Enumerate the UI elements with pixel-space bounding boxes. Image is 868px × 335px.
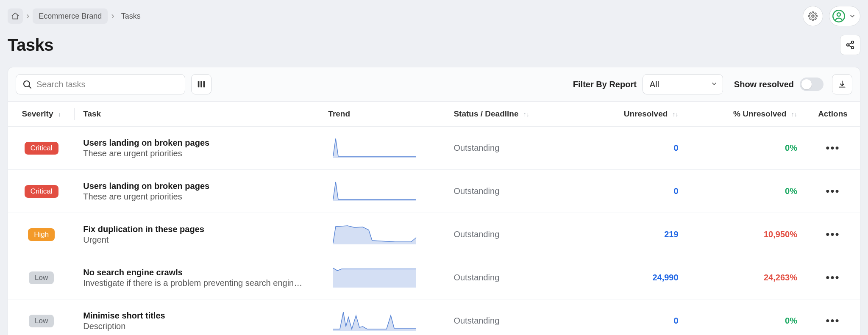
task-title[interactable]: Users landing on broken pages [83, 181, 311, 191]
sort-both-icon: ↑↓ [523, 111, 529, 118]
chevron-down-icon [711, 80, 718, 89]
search-wrapper [16, 74, 185, 94]
filter-report-selected: All [650, 80, 659, 89]
col-header-status[interactable]: Status / Deadline ↑↓ [445, 102, 565, 127]
svg-rect-11 [200, 81, 202, 88]
task-title[interactable]: No search engine crawls [83, 268, 311, 277]
sort-desc-icon: ↓ [58, 111, 61, 118]
status-text: Outstanding [453, 143, 499, 152]
top-bar: › Ecommerce Brand › Tasks [8, 6, 860, 26]
gear-icon [808, 11, 818, 21]
svg-line-6 [849, 43, 851, 44]
status-text: Outstanding [453, 230, 499, 239]
row-actions-menu[interactable]: ••• [826, 314, 840, 327]
pct-unresolved: 24,263% [764, 273, 797, 282]
tasks-panel: Filter By Report All Show resolved Sever… [8, 67, 860, 335]
pct-unresolved: 10,950% [764, 230, 797, 239]
download-button[interactable] [832, 74, 852, 94]
task-description: These are urgent priorities [83, 149, 303, 158]
task-description: Investigate if there is a problem preven… [83, 278, 303, 288]
status-text: Outstanding [453, 316, 499, 325]
breadcrumb: › Ecommerce Brand › Tasks [8, 8, 144, 24]
svg-point-2 [837, 13, 840, 16]
svg-line-9 [29, 86, 31, 88]
tasks-table: Severity ↓ Task Trend Status / Deadline … [8, 101, 860, 335]
unresolved-count[interactable]: 219 [664, 230, 678, 239]
row-actions-menu[interactable]: ••• [826, 271, 840, 284]
trend-sparkline [328, 178, 421, 202]
pct-unresolved: 0% [785, 143, 797, 152]
search-input[interactable] [36, 80, 179, 89]
user-menu[interactable] [829, 6, 860, 26]
table-row: Low Minimise short titles Description Ou… [8, 299, 860, 335]
top-actions [803, 6, 860, 26]
home-icon [11, 12, 19, 20]
columns-button[interactable] [191, 74, 211, 94]
download-icon [838, 80, 846, 89]
svg-line-7 [849, 45, 851, 47]
col-header-task[interactable]: Task [75, 102, 320, 127]
unresolved-count[interactable]: 24,990 [652, 273, 678, 282]
col-header-actions: Actions [806, 102, 860, 127]
table-row: Low No search engine crawls Investigate … [8, 256, 860, 299]
avatar [831, 8, 846, 24]
row-actions-menu[interactable]: ••• [826, 141, 840, 154]
breadcrumb-home[interactable] [8, 8, 23, 24]
status-text: Outstanding [453, 186, 499, 196]
severity-badge: Low [29, 315, 54, 327]
unresolved-count[interactable]: 0 [673, 186, 678, 196]
pct-unresolved: 0% [785, 186, 797, 196]
severity-badge: High [28, 228, 55, 241]
chevron-right-icon: › [26, 11, 29, 21]
task-title[interactable]: Users landing on broken pages [83, 138, 311, 148]
user-icon [832, 10, 845, 22]
svg-rect-12 [203, 81, 205, 88]
col-header-severity[interactable]: Severity ↓ [8, 102, 75, 127]
unresolved-count[interactable]: 0 [673, 143, 678, 152]
col-header-pct-unresolved[interactable]: % Unresolved ↑↓ [687, 102, 806, 127]
sort-both-icon: ↑↓ [791, 111, 797, 118]
settings-button[interactable] [803, 6, 823, 26]
share-button[interactable] [840, 35, 860, 55]
task-description: Description [83, 321, 303, 331]
col-header-trend[interactable]: Trend [320, 102, 445, 127]
svg-point-0 [812, 15, 814, 17]
search-icon [22, 79, 32, 89]
filter-by-report-label: Filter By Report [573, 80, 637, 89]
title-row: Tasks [8, 35, 860, 55]
chevron-down-icon [849, 13, 856, 19]
page-title: Tasks [8, 36, 53, 55]
row-actions-menu[interactable]: ••• [826, 185, 840, 197]
share-icon [846, 40, 855, 50]
trend-sparkline [328, 135, 421, 159]
breadcrumb-brand[interactable]: Ecommerce Brand [33, 8, 108, 24]
status-text: Outstanding [453, 273, 499, 282]
columns-icon [197, 80, 206, 89]
chevron-right-icon: › [111, 11, 114, 21]
task-title[interactable]: Minimise short titles [83, 311, 311, 321]
task-description: Urgent [83, 235, 303, 245]
sort-both-icon: ↑↓ [673, 111, 679, 118]
show-resolved-toggle[interactable] [800, 78, 823, 91]
show-resolved-label: Show resolved [734, 80, 794, 89]
filter-report-select[interactable]: All [643, 74, 723, 94]
trend-sparkline [328, 221, 421, 245]
table-row: Critical Users landing on broken pages T… [8, 127, 860, 170]
breadcrumb-current: Tasks [118, 12, 144, 21]
col-header-unresolved[interactable]: Unresolved ↑↓ [565, 102, 687, 127]
severity-badge: Critical [25, 185, 58, 198]
task-title[interactable]: Fix duplication in these pages [83, 224, 311, 234]
row-actions-menu[interactable]: ••• [826, 228, 840, 241]
unresolved-count[interactable]: 0 [673, 316, 678, 325]
task-description: These are urgent priorities [83, 192, 303, 202]
trend-sparkline [328, 308, 421, 332]
panel-toolbar: Filter By Report All Show resolved [8, 67, 860, 101]
severity-badge: Low [29, 271, 54, 284]
pct-unresolved: 0% [785, 316, 797, 325]
svg-rect-10 [198, 81, 200, 88]
severity-badge: Critical [25, 142, 58, 155]
table-row: Critical Users landing on broken pages T… [8, 170, 860, 213]
table-row: High Fix duplication in these pages Urge… [8, 213, 860, 256]
trend-sparkline [328, 265, 421, 288]
